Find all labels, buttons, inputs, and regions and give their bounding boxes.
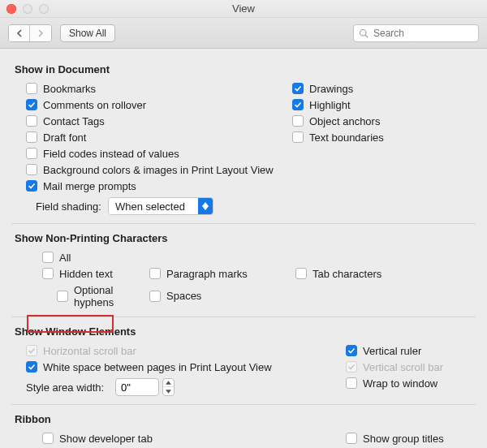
checkbox-icon [346, 361, 357, 373]
nav-segmented [8, 24, 52, 42]
checkbox-vertical-scroll-bar: Vertical scroll bar [346, 359, 476, 375]
checkbox-bookmarks[interactable]: Bookmarks [11, 80, 287, 97]
minimize-window-button [23, 4, 32, 14]
preferences-panel: Show in Document Bookmarks Comments on r… [0, 49, 487, 448]
checkbox-show-developer-tab[interactable]: Show developer tab [11, 430, 346, 446]
window-title: View [232, 2, 255, 15]
style-area-row: Style area width: [11, 375, 346, 398]
checkbox-drawings[interactable]: Drawings [292, 80, 476, 97]
forward-button[interactable] [30, 25, 51, 41]
section-title-show-in-document: Show in Document [15, 63, 476, 75]
checkbox-icon [292, 83, 304, 94]
checkbox-icon [26, 345, 37, 356]
checkbox-icon [26, 180, 37, 192]
checkbox-object-anchors[interactable]: Object anchors [292, 113, 476, 129]
checkbox-icon [26, 83, 37, 94]
checkbox-icon [292, 131, 304, 143]
checkbox-icon [292, 99, 304, 110]
search-icon [359, 28, 368, 38]
checkbox-icon [26, 361, 37, 373]
checkbox-all[interactable]: All [11, 249, 476, 265]
checkbox-icon [26, 99, 37, 110]
show-in-document-left: Bookmarks Comments on rollover Contact T… [11, 80, 287, 194]
style-area-width-input[interactable] [115, 378, 159, 396]
divider [11, 317, 476, 317]
checkbox-optional-hyphens[interactable]: Optional hyphens [11, 282, 149, 310]
show-all-label: Show All [69, 28, 106, 39]
field-shading-label: Field shading: [36, 200, 101, 213]
checkbox-text-boundaries[interactable]: Text boundaries [292, 129, 476, 145]
style-area-stepper[interactable] [162, 378, 175, 396]
checkbox-background-colors[interactable]: Background colors & images in Print Layo… [11, 162, 287, 178]
close-window-button[interactable] [6, 4, 16, 14]
checkbox-contact-tags[interactable]: Contact Tags [11, 113, 287, 129]
checkbox-icon [346, 377, 357, 389]
checkbox-icon [42, 252, 54, 263]
stepper-down-icon [163, 387, 174, 395]
checkbox-vertical-ruler[interactable]: Vertical ruler [346, 342, 476, 359]
divider [11, 404, 476, 405]
checkbox-icon [292, 115, 304, 127]
search-input[interactable] [372, 27, 473, 40]
checkbox-show-group-titles[interactable]: Show group titles [346, 430, 476, 446]
checkbox-draft-font[interactable]: Draft font [11, 129, 287, 145]
checkbox-icon [42, 433, 54, 444]
checkbox-paragraph-marks[interactable]: Paragraph marks [149, 265, 295, 282]
show-all-button[interactable]: Show All [60, 24, 115, 42]
svg-point-0 [360, 29, 367, 36]
checkbox-hidden-text[interactable]: Hidden text [11, 265, 149, 282]
ribbon-grid: Show developer tab Show group titles [11, 430, 476, 446]
checkbox-icon [295, 268, 307, 279]
checkbox-wrap-to-window[interactable]: Wrap to window [346, 375, 476, 391]
divider [11, 223, 476, 224]
style-area-width-control [110, 378, 175, 396]
show-in-document-right: Drawings Highlight Object anchors Text b… [292, 80, 476, 194]
window-titlebar: View [0, 0, 487, 18]
checkbox-white-space-between-pages[interactable]: White space between pages in Print Layou… [11, 359, 346, 375]
checkbox-icon [26, 148, 37, 159]
checkbox-icon [149, 291, 161, 302]
section-title-nonprinting: Show Non-Printing Characters [15, 232, 476, 244]
field-shading-row: Field shading: When selected [11, 194, 476, 217]
checkbox-icon [26, 115, 37, 127]
checkbox-icon [57, 291, 68, 302]
checkbox-icon [42, 268, 54, 279]
nonprinting-row: Hidden text Paragraph marks Tab characte… [11, 265, 476, 282]
checkbox-horizontal-scroll-bar: Horizontal scroll bar [11, 342, 346, 359]
checkbox-spaces[interactable]: Spaces [149, 282, 295, 310]
toolbar: Show All [0, 18, 487, 49]
checkbox-icon [26, 131, 37, 143]
section-title-window-elements: Show Window Elements [15, 325, 476, 338]
section-title-ribbon: Ribbon [15, 413, 476, 425]
checkbox-tab-characters[interactable]: Tab characters [295, 265, 476, 282]
checkbox-mail-merge-prompts[interactable]: Mail merge prompts [11, 178, 287, 194]
checkbox-icon [149, 268, 161, 279]
checkbox-icon [346, 433, 357, 444]
nonprinting-row2: Optional hyphens Spaces [11, 282, 476, 310]
search-field[interactable] [353, 24, 479, 42]
checkbox-icon [346, 345, 357, 356]
select-arrows-icon [198, 198, 213, 214]
traffic-lights [6, 4, 49, 14]
field-shading-select[interactable]: When selected [108, 197, 213, 215]
checkbox-highlight[interactable]: Highlight [292, 97, 476, 113]
window-elements-grid: Horizontal scroll bar White space betwee… [11, 342, 476, 398]
checkbox-comments-on-rollover[interactable]: Comments on rollover [11, 97, 287, 113]
field-shading-value: When selected [109, 198, 198, 214]
back-button[interactable] [9, 25, 30, 41]
stepper-up-icon [163, 379, 174, 387]
show-in-document-grid: Bookmarks Comments on rollover Contact T… [11, 80, 476, 194]
checkbox-icon [26, 164, 37, 175]
checkbox-field-codes[interactable]: Field codes instead of values [11, 145, 287, 162]
style-area-label: Style area width: [26, 381, 104, 394]
zoom-window-button [39, 4, 49, 14]
